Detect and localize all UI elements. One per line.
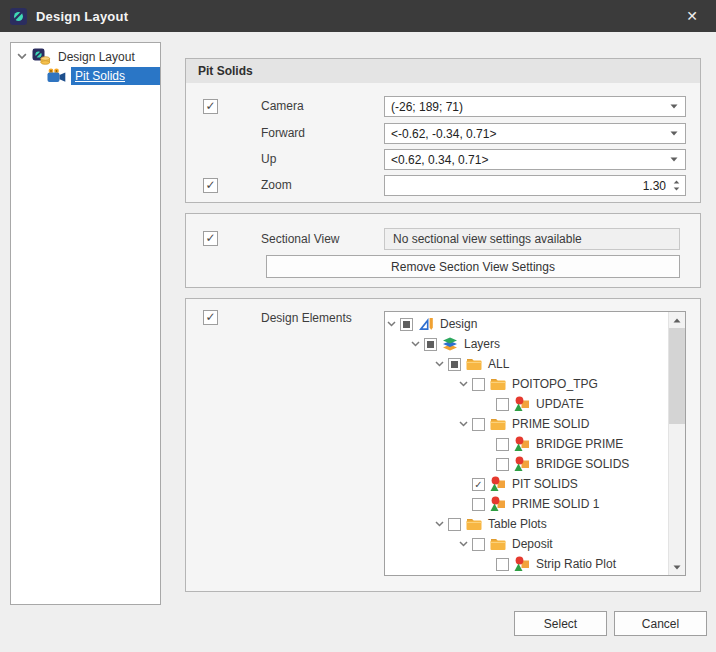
tree-item-layers[interactable]: Layers <box>385 334 668 354</box>
shapes-icon <box>514 456 530 472</box>
checkbox-unchecked[interactable] <box>448 518 461 531</box>
camera-icon <box>47 68 66 83</box>
spinner-buttons[interactable] <box>670 176 682 195</box>
sectional-view-checkbox[interactable]: ✓ <box>203 231 218 246</box>
tree-item-bridge-prime[interactable]: BRIDGE PRIME <box>385 434 668 454</box>
camera-label: Camera <box>261 96 304 117</box>
shapes-icon <box>514 556 530 572</box>
checkbox-unchecked[interactable] <box>496 558 509 571</box>
tree-item-pit-solids[interactable]: ✓ PIT SOLIDS <box>385 474 668 494</box>
folder-icon <box>490 536 506 552</box>
close-icon[interactable]: ✕ <box>677 0 707 32</box>
tree-item-bridge-solids[interactable]: BRIDGE SOLIDS <box>385 454 668 474</box>
checkbox-checked[interactable]: ✓ <box>472 478 485 491</box>
spin-down-icon[interactable] <box>673 187 680 191</box>
tree-rows: Design Layers ALL POITOPO_TPG <box>385 314 668 575</box>
checkbox-unchecked[interactable] <box>496 398 509 411</box>
scroll-thumb[interactable] <box>669 328 685 424</box>
checkbox-partial[interactable] <box>424 338 437 351</box>
checkbox-partial[interactable] <box>400 318 413 331</box>
chevron-down-icon[interactable] <box>17 53 27 60</box>
tree-item-design[interactable]: Design <box>385 314 668 334</box>
group-title: Pit Solids <box>198 64 253 78</box>
sectional-view-status: No sectional view settings available <box>384 228 680 250</box>
forward-combobox[interactable]: <-0.62, -0.34, 0.71> <box>384 123 686 144</box>
scroll-down-icon[interactable] <box>669 559 685 575</box>
design-icon <box>418 316 434 332</box>
shapes-icon <box>490 496 506 512</box>
sectional-view-group: ✓ Sectional View No sectional view setti… <box>185 213 701 288</box>
remove-section-view-button[interactable]: Remove Section View Settings <box>266 255 680 278</box>
nav-item-label: Design Layout <box>58 50 135 64</box>
zoom-label: Zoom <box>261 175 292 196</box>
tree-item-deposit[interactable]: Deposit <box>385 534 668 554</box>
group-header: Pit Solids <box>186 59 700 83</box>
shapes-icon <box>514 436 530 452</box>
design-elements-tree: Design Layers ALL POITOPO_TPG <box>384 311 686 576</box>
cancel-button[interactable]: Cancel <box>614 611 707 636</box>
window-titlebar: Design Layout ✕ <box>0 0 716 32</box>
app-logo-icon <box>10 8 27 25</box>
checkbox-unchecked[interactable] <box>472 418 485 431</box>
folder-icon <box>466 516 482 532</box>
pit-solids-group: Pit Solids ✓ Camera (-26; 189; 71) Forwa… <box>185 58 701 203</box>
checkbox-unchecked[interactable] <box>472 378 485 391</box>
zoom-spinbox[interactable]: 1.30 <box>384 175 686 196</box>
tree-item-prime-solid-1[interactable]: PRIME SOLID 1 <box>385 494 668 514</box>
design-elements-label: Design Elements <box>261 308 352 329</box>
folder-icon <box>466 356 482 372</box>
chevron-down-icon[interactable] <box>435 361 444 367</box>
folder-icon <box>490 376 506 392</box>
chevron-down-icon[interactable] <box>411 341 420 347</box>
up-combobox[interactable]: <0.62, 0.34, 0.71> <box>384 149 686 170</box>
forward-label: Forward <box>261 123 305 144</box>
nav-item-pit-solids[interactable]: Pit Solids <box>11 66 160 85</box>
chevron-down-icon[interactable] <box>670 157 678 162</box>
tree-item-partial[interactable] <box>385 574 668 575</box>
tree-item-update[interactable]: UPDATE <box>385 394 668 414</box>
tree-item-table-plots[interactable]: Table Plots <box>385 514 668 534</box>
chevron-down-icon[interactable] <box>459 541 468 547</box>
zoom-checkbox[interactable]: ✓ <box>203 178 218 193</box>
design-elements-checkbox[interactable]: ✓ <box>203 310 218 325</box>
checkbox-unchecked[interactable] <box>496 438 509 451</box>
scroll-up-icon[interactable] <box>669 312 685 328</box>
window-title: Design Layout <box>36 9 128 24</box>
layout-navigator-panel: Design Layout Pit Solids <box>10 42 161 605</box>
nav-item-design-layout[interactable]: Design Layout <box>11 47 160 66</box>
camera-checkbox[interactable]: ✓ <box>203 99 218 114</box>
chevron-down-icon[interactable] <box>435 521 444 527</box>
checkbox-unchecked[interactable] <box>496 458 509 471</box>
design-elements-group: ✓ Design Elements Design Layers ALL <box>185 298 701 592</box>
layers-icon <box>442 336 458 352</box>
sectional-view-label: Sectional View <box>261 229 340 250</box>
chevron-down-icon[interactable] <box>387 321 396 327</box>
up-label: Up <box>261 149 276 170</box>
tree-item-strip-ratio-plot[interactable]: Strip Ratio Plot <box>385 554 668 574</box>
tree-item-prime-solid[interactable]: PRIME SOLID <box>385 414 668 434</box>
spin-up-icon[interactable] <box>673 180 680 184</box>
select-button[interactable]: Select <box>514 611 607 636</box>
chevron-down-icon[interactable] <box>670 104 678 109</box>
tree-scrollbar[interactable] <box>668 312 685 575</box>
checkbox-partial[interactable] <box>448 358 461 371</box>
tree-item-poitopo-tpg[interactable]: POITOPO_TPG <box>385 374 668 394</box>
camera-combobox[interactable]: (-26; 189; 71) <box>384 96 686 117</box>
checkbox-unchecked[interactable] <box>472 498 485 511</box>
shapes-icon <box>514 396 530 412</box>
chevron-down-icon[interactable] <box>670 131 678 136</box>
tree-item-all[interactable]: ALL <box>385 354 668 374</box>
chevron-down-icon[interactable] <box>459 381 468 387</box>
nav-item-label-selected[interactable]: Pit Solids <box>71 67 160 85</box>
chevron-down-icon[interactable] <box>459 421 468 427</box>
design-layout-icon <box>32 48 51 65</box>
folder-icon <box>490 416 506 432</box>
shapes-icon <box>490 476 506 492</box>
checkbox-unchecked[interactable] <box>472 538 485 551</box>
